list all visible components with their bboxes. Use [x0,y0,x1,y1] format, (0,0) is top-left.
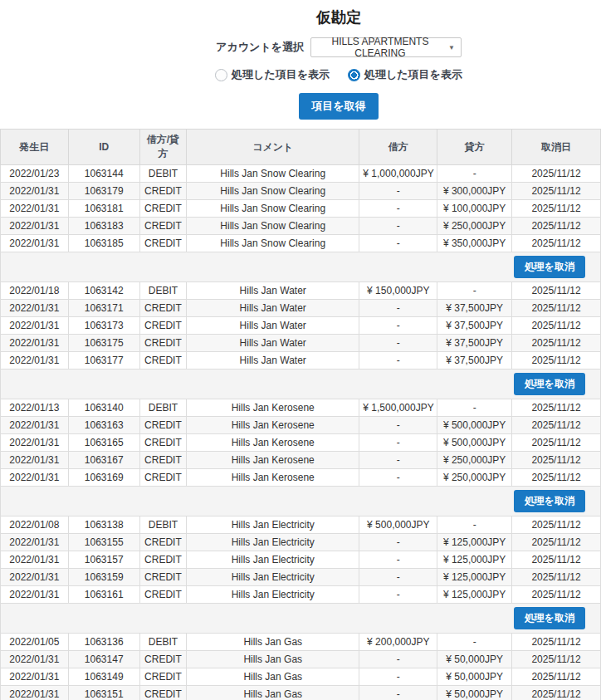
cell-debit-credit: CREDIT [139,417,186,434]
cell-debit-credit: CREDIT [139,317,186,335]
cell-credit-amount: ¥ 37,500JPY [437,317,512,335]
cell-comment: Hills Jan Snow Clearing [187,165,359,183]
table-row: 2022/01/311063149CREDITHills Jan Gas-¥ 5… [1,668,601,686]
cell-comment: Hills Jan Water [187,300,359,317]
table-row: 2022/01/081063138DEBITHills Jan Electric… [1,516,601,534]
cell-debit-amount: - [359,551,437,569]
group-action-row: 処理を取消 [1,252,601,282]
cell-credit-amount: ¥ 50,000JPY [437,668,512,686]
cell-posting-date: 2022/01/08 [1,516,69,534]
cell-id: 1063155 [68,534,139,551]
cell-debit-amount: - [359,469,437,487]
cell-debit-credit: DEBIT [139,516,186,534]
account-select-row: アカウントを選択 HILLS APARTMENTS CLEARING ▼ [38,37,601,57]
top-form-section: 仮勘定 アカウントを選択 HILLS APARTMENTS CLEARING ▼… [38,0,601,128]
cell-comment: Hills Jan Electricity [187,551,359,569]
cell-debit-amount: - [359,569,437,586]
cell-reversal-date: 2025/11/12 [511,551,600,569]
cell-posting-date: 2022/01/31 [1,300,69,317]
cell-debit-amount: - [359,183,437,200]
cell-posting-date: 2022/01/31 [1,200,69,218]
cell-debit-credit: CREDIT [139,300,186,317]
cell-credit-amount: ¥ 125,000JPY [437,551,512,569]
cell-id: 1063179 [68,183,139,200]
cell-comment: Hills Jan Snow Clearing [187,235,359,252]
cell-comment: Hills Jan Snow Clearing [187,183,359,200]
cell-posting-date: 2022/01/31 [1,218,69,235]
cell-id: 1063136 [68,634,139,651]
cell-id: 1063159 [68,569,139,586]
cell-comment: Hills Jan Kerosene [187,434,359,452]
cell-comment: Hills Jan Water [187,317,359,335]
cell-debit-amount: ¥ 500,000JPY [359,516,437,534]
cell-comment: Hills Jan Kerosene [187,399,359,417]
cell-debit-credit: CREDIT [139,534,186,551]
cell-reversal-date: 2025/11/12 [511,218,600,235]
cell-credit-amount: ¥ 500,000JPY [437,417,512,434]
radio-unchecked-icon[interactable] [215,69,227,81]
group-action-row: 処理を取消 [1,487,601,516]
cell-posting-date: 2022/01/31 [1,235,69,252]
cell-comment: Hills Jan Snow Clearing [187,218,359,235]
cell-reversal-date: 2025/11/12 [511,165,600,183]
cell-debit-amount: - [359,586,437,604]
cell-credit-amount: - [437,516,512,534]
cell-posting-date: 2022/01/31 [1,352,69,370]
cell-credit-amount: ¥ 50,000JPY [437,651,512,668]
table-row: 2022/01/311063155CREDITHills Jan Electri… [1,534,601,551]
group-action-row: 処理を取消 [1,604,601,634]
radio-checked-icon[interactable] [348,69,360,81]
cell-credit-amount: ¥ 37,500JPY [437,335,512,352]
cell-id: 1063185 [68,235,139,252]
cell-credit-amount: - [437,634,512,651]
cell-id: 1063173 [68,317,139,335]
table-row: 2022/01/311063163CREDITHills Jan Kerosen… [1,417,601,434]
cancel-processing-button[interactable]: 処理を取消 [514,607,585,629]
table-row: 2022/01/311063171CREDITHills Jan Water-¥… [1,300,601,317]
cell-debit-amount: ¥ 150,000JPY [359,282,437,300]
cell-debit-amount: - [359,651,437,668]
cell-comment: Hills Jan Electricity [187,516,359,534]
cell-reversal-date: 2025/11/12 [511,352,600,370]
cell-id: 1063163 [68,417,139,434]
cell-credit-amount: ¥ 37,500JPY [437,300,512,317]
cell-credit-amount: - [437,282,512,300]
radio-option-unprocessed[interactable]: 処理した項目を表示 [215,67,330,82]
cell-debit-amount: - [359,200,437,218]
cell-debit-credit: CREDIT [139,668,186,686]
cell-reversal-date: 2025/11/12 [511,651,600,668]
cell-comment: Hills Jan Kerosene [187,452,359,469]
table-row: 2022/01/311063185CREDITHills Jan Snow Cl… [1,235,601,252]
cell-debit-amount: - [359,352,437,370]
table-row: 2022/01/311063169CREDITHills Jan Kerosen… [1,469,601,487]
cell-reversal-date: 2025/11/12 [511,183,600,200]
page-title: 仮勘定 [38,7,601,27]
cell-credit-amount: - [437,399,512,417]
cell-debit-amount: - [359,686,437,700]
cell-posting-date: 2022/01/31 [1,569,69,586]
cell-comment: Hills Jan Water [187,335,359,352]
cell-credit-amount: ¥ 250,000JPY [437,452,512,469]
action-cell: 処理を取消 [1,370,601,399]
cell-credit-amount: ¥ 250,000JPY [437,469,512,487]
fetch-items-button[interactable]: 項目を取得 [299,93,378,120]
radio-option-processed[interactable]: 処理した項目を表示 [348,67,462,82]
cell-reversal-date: 2025/11/12 [511,534,600,551]
account-select[interactable]: HILLS APARTMENTS CLEARING ▼ [310,37,462,57]
cell-debit-credit: CREDIT [139,235,186,252]
cancel-processing-button[interactable]: 処理を取消 [514,256,585,278]
table-row: 2022/01/231063144DEBITHills Jan Snow Cle… [1,165,601,183]
cancel-processing-button[interactable]: 処理を取消 [514,373,585,395]
table-row: 2022/01/311063151CREDITHills Jan Gas-¥ 5… [1,686,601,700]
cell-comment: Hills Jan Electricity [187,586,359,604]
cell-id: 1063175 [68,335,139,352]
cell-credit-amount: ¥ 37,500JPY [437,352,512,370]
cancel-processing-button[interactable]: 処理を取消 [514,490,585,512]
cell-posting-date: 2022/01/31 [1,434,69,452]
cell-debit-credit: CREDIT [139,551,186,569]
cell-comment: Hills Jan Water [187,352,359,370]
cell-debit-credit: CREDIT [139,469,186,487]
cell-id: 1063165 [68,434,139,452]
table-row: 2022/01/311063167CREDITHills Jan Kerosen… [1,452,601,469]
table-row: 2022/01/051063136DEBITHills Jan Gas¥ 200… [1,634,601,651]
